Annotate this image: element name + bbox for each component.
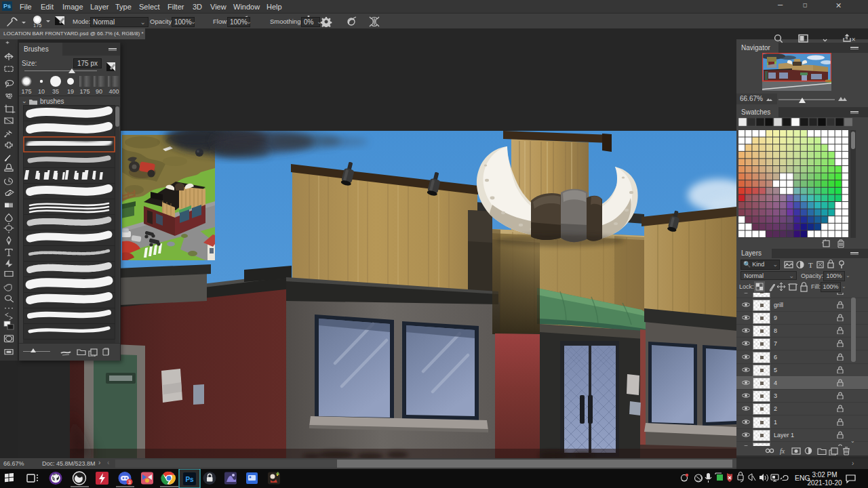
svg-text:19: 19 <box>67 88 74 94</box>
svg-text:10: 10 <box>38 88 45 94</box>
svg-text:175: 175 <box>21 88 31 94</box>
svg-text:400: 400 <box>108 88 119 94</box>
svg-text:Ps: Ps <box>185 476 194 483</box>
svg-text:2021-10-20: 2021-10-20 <box>807 479 842 487</box>
svg-text:fx: fx <box>780 447 785 455</box>
svg-text:T: T <box>808 261 813 269</box>
svg-text:35: 35 <box>52 88 59 94</box>
svg-text:175: 175 <box>79 88 90 94</box>
svg-text:175: 175 <box>33 22 42 28</box>
svg-text:3: 3 <box>128 480 131 485</box>
svg-text:90: 90 <box>96 88 102 94</box>
svg-text:3:02 PM: 3:02 PM <box>812 471 837 479</box>
